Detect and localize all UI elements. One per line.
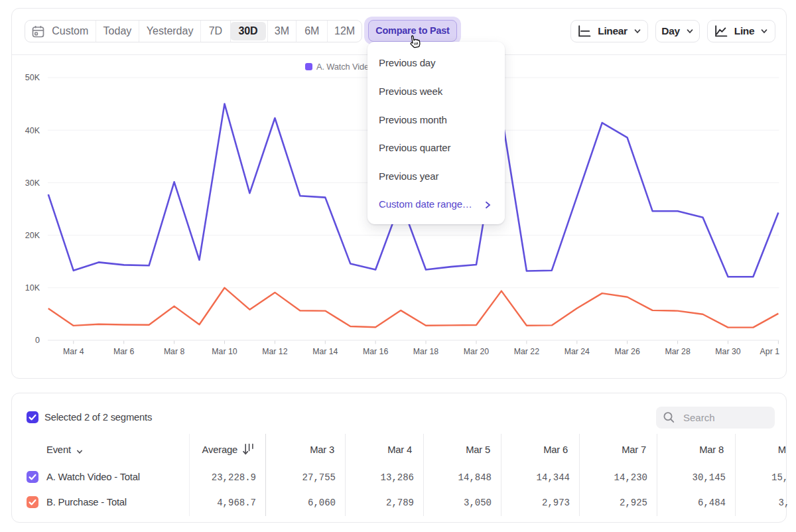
svg-text:Mar 30: Mar 30	[715, 347, 740, 356]
svg-text:Mar 6: Mar 6	[113, 347, 135, 356]
svg-text:Mar 24: Mar 24	[564, 347, 590, 356]
svg-text:Mar 12: Mar 12	[262, 347, 287, 356]
svg-text:10K: 10K	[25, 283, 40, 293]
svg-text:Mar 18: Mar 18	[413, 347, 438, 356]
svg-text:Mar 28: Mar 28	[665, 347, 690, 356]
svg-text:Mar 4: Mar 4	[63, 347, 84, 356]
svg-text:Apr 1: Apr 1	[760, 347, 780, 356]
svg-text:Mar 10: Mar 10	[212, 347, 237, 356]
svg-text:Mar 20: Mar 20	[464, 347, 489, 356]
svg-text:50K: 50K	[25, 73, 40, 82]
svg-text:40K: 40K	[25, 126, 40, 135]
svg-text:30K: 30K	[25, 178, 40, 188]
svg-text:Mar 14: Mar 14	[312, 347, 338, 356]
svg-text:Mar 26: Mar 26	[614, 347, 639, 356]
svg-text:0: 0	[35, 336, 40, 345]
svg-text:Mar 16: Mar 16	[363, 347, 388, 356]
svg-text:Mar 8: Mar 8	[164, 347, 185, 356]
svg-text:Mar 22: Mar 22	[514, 347, 539, 356]
svg-text:20K: 20K	[25, 231, 40, 240]
